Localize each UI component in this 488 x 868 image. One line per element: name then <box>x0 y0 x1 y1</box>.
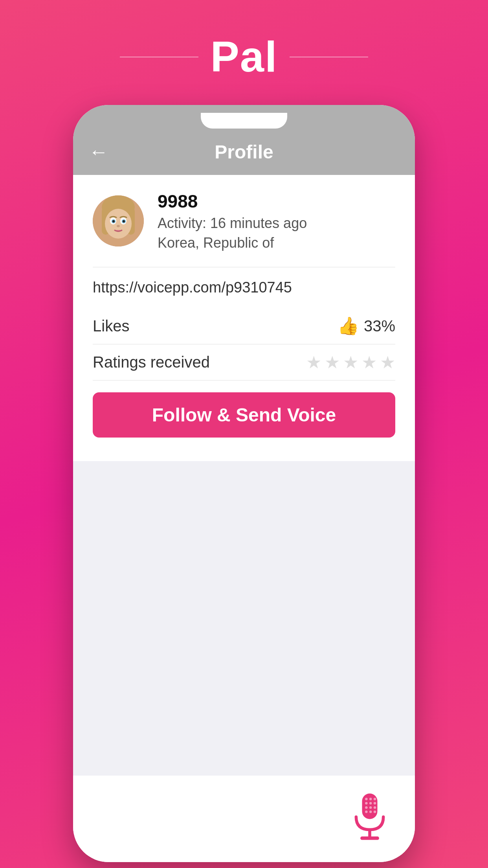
svg-point-22 <box>365 811 368 813</box>
svg-point-23 <box>369 811 372 813</box>
follow-send-voice-button[interactable]: Follow & Send Voice <box>93 392 395 438</box>
svg-point-16 <box>365 802 368 805</box>
svg-rect-12 <box>362 793 378 819</box>
likes-label: Likes <box>93 317 129 335</box>
profile-link[interactable]: https://voicepp.com/p9310745 <box>93 279 395 296</box>
star-rating: ★ ★ ★ ★ ★ <box>306 352 395 372</box>
page-title: Profile <box>215 141 273 163</box>
user-info-row: 9988 Activity: 16 minutes ago Korea, Rep… <box>93 191 395 251</box>
back-button[interactable]: ← <box>89 140 108 163</box>
svg-point-15 <box>374 798 376 800</box>
star-2: ★ <box>325 352 340 372</box>
avatar <box>93 195 144 246</box>
svg-point-11 <box>117 225 120 227</box>
svg-point-14 <box>369 798 372 800</box>
star-1: ★ <box>306 352 321 372</box>
svg-point-4 <box>105 209 132 239</box>
star-3: ★ <box>343 352 358 372</box>
phone-bottom <box>73 776 415 862</box>
likes-percentage: 33% <box>364 317 395 335</box>
divider-1 <box>93 267 395 267</box>
svg-point-20 <box>369 806 372 809</box>
svg-point-18 <box>374 802 376 805</box>
svg-point-24 <box>374 811 376 813</box>
likes-value: 👍 33% <box>338 316 395 336</box>
profile-content: 9988 Activity: 16 minutes ago Korea, Rep… <box>73 175 415 461</box>
phone-frame: ← Profile <box>73 105 415 862</box>
ratings-label: Ratings received <box>93 353 210 371</box>
username: 9988 <box>158 191 307 212</box>
svg-point-19 <box>365 806 368 809</box>
location-text: Korea, Republic of <box>158 235 307 251</box>
svg-point-17 <box>369 802 372 805</box>
activity-text: Activity: 16 minutes ago <box>158 215 307 232</box>
star-5: ★ <box>380 352 395 372</box>
app-title: Pal <box>210 31 277 81</box>
svg-point-21 <box>374 806 376 809</box>
svg-point-10 <box>123 220 125 223</box>
likes-row: Likes 👍 33% <box>93 308 395 344</box>
svg-point-9 <box>112 220 115 223</box>
thumbs-up-icon: 👍 <box>338 316 359 336</box>
svg-point-13 <box>365 798 368 800</box>
notch-cutout <box>201 113 287 129</box>
microphone-icon[interactable] <box>344 791 395 842</box>
ratings-row: Ratings received ★ ★ ★ ★ ★ <box>93 344 395 381</box>
phone-notch <box>73 105 415 129</box>
app-header: ← Profile <box>73 129 415 175</box>
star-4: ★ <box>361 352 377 372</box>
user-details: 9988 Activity: 16 minutes ago Korea, Rep… <box>158 191 307 251</box>
empty-content-area <box>73 461 415 776</box>
svg-rect-26 <box>360 837 379 840</box>
